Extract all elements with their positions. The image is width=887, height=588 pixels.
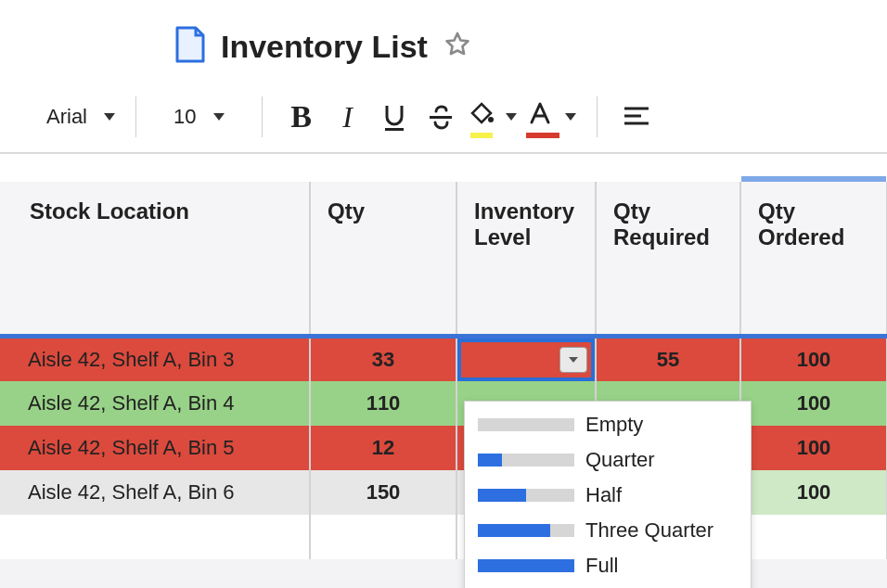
dropdown-option[interactable]: Full <box>465 548 751 583</box>
col-qty[interactable]: Qty <box>310 182 456 337</box>
level-bar-icon <box>478 489 574 502</box>
table-row[interactable]: Aisle 42, Shelf A, Bin 4110100 <box>0 381 887 426</box>
cell-qty[interactable]: 33 <box>310 337 456 381</box>
cell-stock-location[interactable]: Aisle 42, Shelf A, Bin 6 <box>13 470 310 515</box>
dropdown-option[interactable]: Three Quarter <box>465 513 751 548</box>
doc-icon <box>174 26 206 67</box>
cell-qty[interactable]: 12 <box>310 426 456 470</box>
level-bar-icon <box>478 418 574 431</box>
cell-stock-location[interactable]: Aisle 42, Shelf A, Bin 4 <box>13 381 310 426</box>
font-size-select[interactable]: 10 <box>136 95 261 139</box>
chevron-down-icon <box>569 357 578 363</box>
col-inventory-level[interactable]: Inventory Level <box>456 182 596 337</box>
dropdown-option-label: Empty <box>585 413 643 437</box>
strikethrough-button[interactable] <box>422 98 459 135</box>
dropdown-option-label: Three Quarter <box>585 518 713 543</box>
cell-qty-ordered[interactable]: 100 <box>740 470 887 515</box>
col-qty-ordered[interactable]: Qty Ordered <box>740 182 887 337</box>
font-size-label: 10 <box>174 105 196 129</box>
dropdown-option-label: Quarter <box>585 448 655 472</box>
level-bar-icon <box>478 559 574 572</box>
cell-empty[interactable] <box>310 515 456 559</box>
dropdown-option[interactable]: Quarter <box>465 442 751 478</box>
font-family-label: Arial <box>46 105 87 129</box>
table-row[interactable]: Aisle 42, Shelf A, Bin 6150100 <box>0 470 887 515</box>
cell-empty[interactable] <box>13 515 310 559</box>
cell-qty-ordered[interactable]: 100 <box>740 381 887 426</box>
level-bar-icon <box>478 454 574 467</box>
gutter-head <box>0 182 13 337</box>
chevron-down-icon <box>506 113 517 121</box>
text-color-button[interactable] <box>526 98 576 135</box>
level-bar-icon <box>478 524 574 537</box>
dropdown-option-label: Half <box>585 483 622 507</box>
cell-qty-ordered[interactable]: 100 <box>740 426 887 470</box>
cell-qty[interactable]: 150 <box>310 470 456 515</box>
chevron-down-icon <box>213 113 225 121</box>
col-stock-location[interactable]: Stock Location <box>13 182 310 337</box>
cell-empty[interactable] <box>740 515 887 559</box>
table-row[interactable] <box>0 515 887 559</box>
bold-button[interactable]: B <box>283 98 320 135</box>
col-qty-required[interactable]: Qty Required <box>596 182 740 337</box>
toolbar: Arial 10 B I <box>0 89 887 154</box>
svg-point-2 <box>488 117 494 122</box>
row-gutter <box>0 470 13 515</box>
inventory-table[interactable]: Stock Location Qty Inventory Level Qty R… <box>0 182 887 559</box>
cell-stock-location[interactable]: Aisle 42, Shelf A, Bin 3 <box>13 337 310 381</box>
svg-rect-1 <box>430 116 452 119</box>
star-icon[interactable] <box>443 30 472 63</box>
fill-color-button[interactable] <box>469 98 517 135</box>
row-gutter <box>0 381 13 426</box>
cell-empty[interactable] <box>0 515 13 559</box>
cell-qty[interactable]: 110 <box>310 381 456 426</box>
dropdown-option-label: Full <box>585 554 618 578</box>
cell-qty-ordered[interactable]: 100 <box>740 337 887 381</box>
table-row[interactable]: Aisle 42, Shelf A, Bin 33355100 <box>0 337 887 381</box>
chevron-down-icon <box>565 113 576 121</box>
svg-rect-0 <box>385 128 404 131</box>
page-title[interactable]: Inventory List <box>221 29 428 65</box>
font-family-select[interactable]: Arial <box>26 95 135 139</box>
cell-qty-required[interactable]: 55 <box>596 337 740 381</box>
inventory-level-dropdown[interactable]: EmptyQuarterHalfThree QuarterFull <box>464 401 752 588</box>
dropdown-option[interactable]: Empty <box>465 407 751 442</box>
chevron-down-icon <box>104 113 115 121</box>
cell-stock-location[interactable]: Aisle 42, Shelf A, Bin 5 <box>13 426 310 470</box>
cell-inventory-level[interactable] <box>456 337 596 381</box>
table-row[interactable]: Aisle 42, Shelf A, Bin 512100 <box>0 426 887 470</box>
dropdown-option[interactable]: Half <box>465 478 751 513</box>
underline-button[interactable] <box>376 98 413 135</box>
align-left-button[interactable] <box>618 98 655 135</box>
dropdown-trigger[interactable] <box>559 347 587 373</box>
italic-button[interactable]: I <box>329 98 366 135</box>
row-gutter <box>0 337 13 381</box>
row-gutter <box>0 426 13 470</box>
